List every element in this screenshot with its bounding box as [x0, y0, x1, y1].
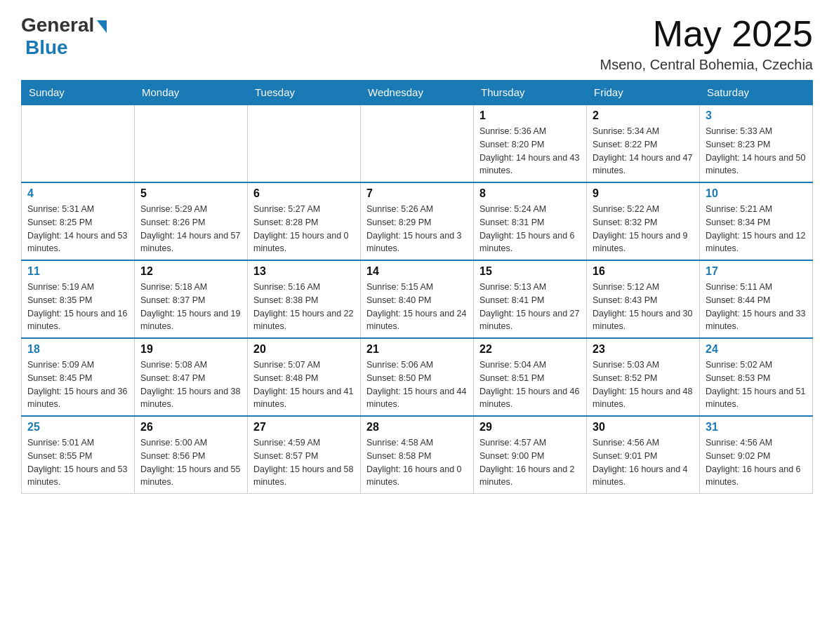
day-info: Sunrise: 4:56 AM Sunset: 9:02 PM Dayligh… — [706, 436, 807, 489]
calendar-cell: 20Sunrise: 5:07 AM Sunset: 8:48 PM Dayli… — [248, 338, 361, 416]
calendar-cell: 15Sunrise: 5:13 AM Sunset: 8:41 PM Dayli… — [474, 260, 587, 338]
day-info: Sunrise: 5:07 AM Sunset: 8:48 PM Dayligh… — [253, 358, 355, 411]
logo-blue-text: Blue — [25, 36, 68, 58]
calendar-week-row: 25Sunrise: 5:01 AM Sunset: 8:55 PM Dayli… — [22, 416, 813, 494]
logo: General Blue — [21, 14, 107, 59]
day-info: Sunrise: 5:36 AM Sunset: 8:20 PM Dayligh… — [479, 125, 581, 177]
day-number: 7 — [366, 187, 468, 200]
calendar-cell: 31Sunrise: 4:56 AM Sunset: 9:02 PM Dayli… — [700, 416, 813, 494]
title-section: May 2025 Mseno, Central Bohemia, Czechia — [600, 14, 813, 73]
day-info: Sunrise: 5:21 AM Sunset: 8:34 PM Dayligh… — [706, 203, 807, 255]
day-number: 9 — [593, 187, 694, 200]
calendar-cell: 26Sunrise: 5:00 AM Sunset: 8:56 PM Dayli… — [135, 416, 248, 494]
calendar-cell: 13Sunrise: 5:16 AM Sunset: 8:38 PM Dayli… — [248, 260, 361, 338]
weekday-header-tuesday: Tuesday — [248, 81, 361, 105]
calendar-cell: 6Sunrise: 5:27 AM Sunset: 8:28 PM Daylig… — [248, 182, 361, 260]
calendar-cell: 18Sunrise: 5:09 AM Sunset: 8:45 PM Dayli… — [22, 338, 135, 416]
calendar-cell: 9Sunrise: 5:22 AM Sunset: 8:32 PM Daylig… — [587, 182, 700, 260]
calendar-cell — [22, 105, 135, 182]
day-number: 19 — [140, 343, 241, 356]
calendar-cell: 25Sunrise: 5:01 AM Sunset: 8:55 PM Dayli… — [22, 416, 135, 494]
calendar-cell: 4Sunrise: 5:31 AM Sunset: 8:25 PM Daylig… — [22, 182, 135, 260]
calendar-cell: 10Sunrise: 5:21 AM Sunset: 8:34 PM Dayli… — [700, 182, 813, 260]
day-info: Sunrise: 5:04 AM Sunset: 8:51 PM Dayligh… — [479, 358, 581, 411]
day-info: Sunrise: 5:11 AM Sunset: 8:44 PM Dayligh… — [706, 281, 807, 333]
calendar-cell: 19Sunrise: 5:08 AM Sunset: 8:47 PM Dayli… — [135, 338, 248, 416]
day-number: 30 — [593, 421, 694, 434]
calendar-week-row: 11Sunrise: 5:19 AM Sunset: 8:35 PM Dayli… — [22, 260, 813, 338]
day-number: 25 — [27, 421, 128, 434]
calendar-cell: 5Sunrise: 5:29 AM Sunset: 8:26 PM Daylig… — [135, 182, 248, 260]
day-number: 24 — [706, 343, 807, 356]
calendar-cell: 1Sunrise: 5:36 AM Sunset: 8:20 PM Daylig… — [474, 105, 587, 182]
calendar-cell: 16Sunrise: 5:12 AM Sunset: 8:43 PM Dayli… — [587, 260, 700, 338]
day-number: 8 — [479, 187, 581, 200]
day-info: Sunrise: 5:29 AM Sunset: 8:26 PM Dayligh… — [140, 203, 241, 255]
calendar-cell — [361, 105, 474, 182]
day-info: Sunrise: 5:03 AM Sunset: 8:52 PM Dayligh… — [593, 358, 694, 411]
day-number: 15 — [479, 265, 581, 278]
day-number: 12 — [140, 265, 241, 278]
location-text: Mseno, Central Bohemia, Czechia — [600, 57, 813, 73]
day-number: 3 — [706, 109, 807, 122]
calendar-cell: 27Sunrise: 4:59 AM Sunset: 8:57 PM Dayli… — [248, 416, 361, 494]
day-info: Sunrise: 4:58 AM Sunset: 8:58 PM Dayligh… — [366, 436, 468, 489]
month-title: May 2025 — [600, 14, 813, 54]
day-info: Sunrise: 5:22 AM Sunset: 8:32 PM Dayligh… — [593, 203, 694, 255]
day-info: Sunrise: 5:12 AM Sunset: 8:43 PM Dayligh… — [593, 281, 694, 333]
weekday-header-friday: Friday — [587, 81, 700, 105]
day-number: 23 — [593, 343, 694, 356]
day-info: Sunrise: 5:02 AM Sunset: 8:53 PM Dayligh… — [706, 358, 807, 411]
logo-arrow-icon — [97, 20, 107, 33]
calendar-cell: 29Sunrise: 4:57 AM Sunset: 9:00 PM Dayli… — [474, 416, 587, 494]
day-info: Sunrise: 5:08 AM Sunset: 8:47 PM Dayligh… — [140, 358, 241, 411]
calendar-cell: 23Sunrise: 5:03 AM Sunset: 8:52 PM Dayli… — [587, 338, 700, 416]
calendar-week-row: 1Sunrise: 5:36 AM Sunset: 8:20 PM Daylig… — [22, 105, 813, 182]
calendar-cell: 17Sunrise: 5:11 AM Sunset: 8:44 PM Dayli… — [700, 260, 813, 338]
day-number: 20 — [253, 343, 355, 356]
day-info: Sunrise: 5:13 AM Sunset: 8:41 PM Dayligh… — [479, 281, 581, 333]
day-number: 16 — [593, 265, 694, 278]
weekday-header-sunday: Sunday — [22, 81, 135, 105]
calendar-cell: 2Sunrise: 5:34 AM Sunset: 8:22 PM Daylig… — [587, 105, 700, 182]
calendar-cell — [135, 105, 248, 182]
calendar-week-row: 4Sunrise: 5:31 AM Sunset: 8:25 PM Daylig… — [22, 182, 813, 260]
calendar-cell: 21Sunrise: 5:06 AM Sunset: 8:50 PM Dayli… — [361, 338, 474, 416]
day-info: Sunrise: 4:57 AM Sunset: 9:00 PM Dayligh… — [479, 436, 581, 489]
calendar-cell: 24Sunrise: 5:02 AM Sunset: 8:53 PM Dayli… — [700, 338, 813, 416]
day-number: 22 — [479, 343, 581, 356]
day-info: Sunrise: 5:09 AM Sunset: 8:45 PM Dayligh… — [27, 358, 128, 411]
calendar-cell: 3Sunrise: 5:33 AM Sunset: 8:23 PM Daylig… — [700, 105, 813, 182]
day-info: Sunrise: 5:24 AM Sunset: 8:31 PM Dayligh… — [479, 203, 581, 255]
day-number: 11 — [27, 265, 128, 278]
calendar-cell: 7Sunrise: 5:26 AM Sunset: 8:29 PM Daylig… — [361, 182, 474, 260]
day-number: 31 — [706, 421, 807, 434]
calendar-cell: 22Sunrise: 5:04 AM Sunset: 8:51 PM Dayli… — [474, 338, 587, 416]
day-info: Sunrise: 5:06 AM Sunset: 8:50 PM Dayligh… — [366, 358, 468, 411]
day-info: Sunrise: 5:33 AM Sunset: 8:23 PM Dayligh… — [706, 125, 807, 177]
day-info: Sunrise: 5:26 AM Sunset: 8:29 PM Dayligh… — [366, 203, 468, 255]
day-info: Sunrise: 5:00 AM Sunset: 8:56 PM Dayligh… — [140, 436, 241, 489]
calendar-week-row: 18Sunrise: 5:09 AM Sunset: 8:45 PM Dayli… — [22, 338, 813, 416]
day-number: 17 — [706, 265, 807, 278]
calendar-cell: 30Sunrise: 4:56 AM Sunset: 9:01 PM Dayli… — [587, 416, 700, 494]
weekday-header-wednesday: Wednesday — [361, 81, 474, 105]
calendar-cell: 28Sunrise: 4:58 AM Sunset: 8:58 PM Dayli… — [361, 416, 474, 494]
day-info: Sunrise: 5:31 AM Sunset: 8:25 PM Dayligh… — [27, 203, 128, 255]
day-info: Sunrise: 4:56 AM Sunset: 9:01 PM Dayligh… — [593, 436, 694, 489]
day-info: Sunrise: 5:19 AM Sunset: 8:35 PM Dayligh… — [27, 281, 128, 333]
day-info: Sunrise: 5:27 AM Sunset: 8:28 PM Dayligh… — [253, 203, 355, 255]
calendar-cell: 8Sunrise: 5:24 AM Sunset: 8:31 PM Daylig… — [474, 182, 587, 260]
day-info: Sunrise: 4:59 AM Sunset: 8:57 PM Dayligh… — [253, 436, 355, 489]
day-number: 28 — [366, 421, 468, 434]
calendar-header-row: SundayMondayTuesdayWednesdayThursdayFrid… — [22, 81, 813, 105]
weekday-header-saturday: Saturday — [700, 81, 813, 105]
day-number: 21 — [366, 343, 468, 356]
day-number: 26 — [140, 421, 241, 434]
day-info: Sunrise: 5:34 AM Sunset: 8:22 PM Dayligh… — [593, 125, 694, 177]
day-number: 4 — [27, 187, 128, 200]
weekday-header-monday: Monday — [135, 81, 248, 105]
day-info: Sunrise: 5:16 AM Sunset: 8:38 PM Dayligh… — [253, 281, 355, 333]
logo-general-text: General — [21, 14, 94, 36]
day-number: 18 — [27, 343, 128, 356]
